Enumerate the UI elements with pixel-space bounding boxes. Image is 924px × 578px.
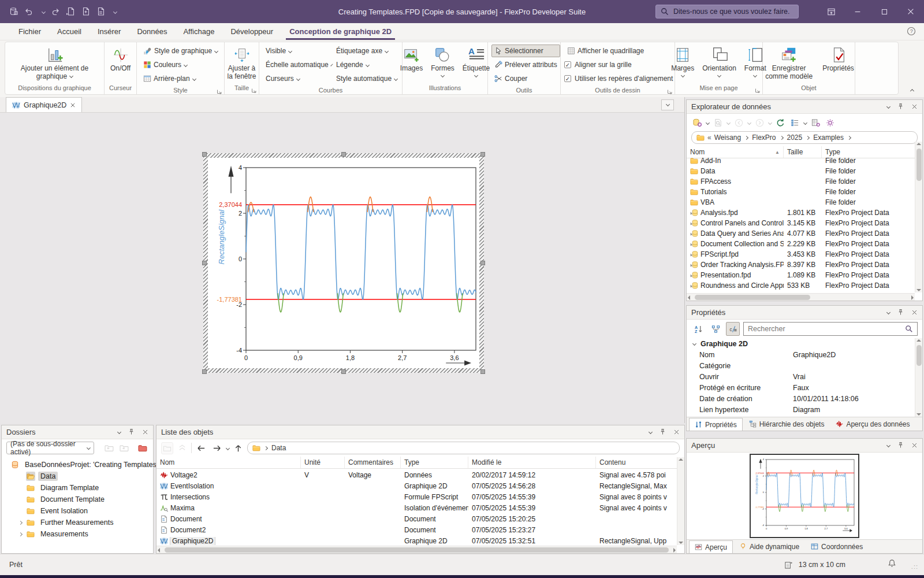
pin-icon[interactable] — [897, 442, 904, 449]
property-row[interactable]: Lien hypertexteDiagram — [687, 404, 915, 415]
property-filter-toggle-icon[interactable]: c — [726, 322, 740, 336]
tree-item-event-isolation[interactable]: Event Isolation — [3, 505, 152, 517]
menu-tab-donn-es[interactable]: Données — [129, 23, 175, 40]
up-level-icon[interactable] — [233, 443, 244, 454]
categorize-icon[interactable] — [709, 322, 722, 336]
object-row-graphique2d[interactable]: Graphique2DGraphique 2D07/05/2025 15:32:… — [157, 535, 677, 545]
resize-handle-ne[interactable] — [480, 152, 485, 157]
resize-grip[interactable]: .:: — [911, 563, 918, 570]
nav-back-dropdown-icon[interactable] — [747, 120, 751, 124]
resize-handle-n[interactable] — [341, 152, 346, 157]
preview-tab-coordonn-es[interactable]: Coordonnées — [806, 540, 868, 553]
column-header-modifie[interactable]: Modifié le — [468, 457, 596, 468]
menu-tab-fichier[interactable]: Fichier — [10, 23, 49, 40]
document-tab-graphique2d[interactable]: Graphique2D — [6, 97, 82, 112]
column-header-contenu[interactable]: Contenu — [596, 457, 677, 468]
properties-vertical-scrollbar[interactable] — [915, 338, 922, 417]
axis-labeling-button[interactable]: Étiquetage axe — [333, 45, 400, 57]
column-header-commentaires[interactable]: Commentaires — [345, 457, 401, 468]
images-button[interactable]: Images — [397, 45, 426, 75]
expand-icon[interactable] — [18, 520, 23, 524]
panel-menu-icon[interactable] — [886, 310, 891, 314]
visible-button[interactable]: Visible — [263, 45, 331, 57]
background-button[interactable]: Arrière-plan — [140, 72, 221, 85]
explorer-row[interactable]: Order Tracking Analysis.FPD8.397 KBFlexP… — [687, 260, 915, 270]
margins-button[interactable]: Marges — [668, 45, 697, 79]
explorer-horizontal-scrollbar[interactable] — [687, 293, 915, 301]
explorer-row[interactable]: FPAccessFile folder — [687, 176, 915, 187]
resize-handle-nw[interactable] — [202, 152, 207, 157]
resize-handle-se[interactable] — [480, 369, 485, 374]
breadcrumb-part[interactable]: FlexPro — [752, 134, 776, 142]
notifications-bell-icon[interactable] — [888, 559, 896, 568]
object-row-document[interactable]: DocumentDocument07/05/2025 15:20:25 — [157, 513, 677, 524]
menu-tab-accueil[interactable]: Accueil — [49, 23, 90, 40]
expand-icon[interactable] — [18, 532, 23, 536]
tree-item-document-template[interactable]: Document Template — [3, 494, 152, 505]
property-row[interactable]: NomGraphique2D — [687, 349, 915, 360]
shapes-button[interactable]: Formes — [428, 45, 457, 79]
view-mode-icon[interactable] — [789, 117, 800, 128]
close-icon[interactable] — [911, 309, 918, 316]
resize-handle-w[interactable] — [202, 261, 207, 265]
pin-icon[interactable] — [128, 428, 135, 436]
page-setup-dialog-launcher-icon[interactable] — [755, 86, 761, 92]
property-row[interactable]: Catégorie — [687, 360, 915, 371]
close-icon[interactable] — [911, 103, 918, 110]
view-mode-dropdown-icon[interactable] — [803, 120, 807, 124]
legend-button[interactable]: Légende — [333, 58, 400, 71]
sort-az-icon[interactable]: AZ — [691, 322, 705, 336]
add-chart-element-button[interactable]: Ajouter un élément de graphique — [18, 45, 92, 83]
history-dropdown-icon[interactable] — [226, 446, 230, 450]
help-icon[interactable]: ? — [907, 27, 916, 36]
object-properties-button[interactable]: Propriétés — [819, 45, 857, 75]
drawing-option-0[interactable]: Afficher le quadrillage — [564, 45, 673, 57]
explorer-vertical-scrollbar[interactable] — [915, 142, 922, 292]
drawing-option-2[interactable]: ✓Utiliser les repères d'alignement — [564, 72, 673, 85]
object-row-document2[interactable]: Document2Document07/05/2025 15:23:27 — [157, 524, 677, 535]
search-dropdown-icon[interactable] — [726, 120, 731, 124]
column-header-nom[interactable]: Nom — [157, 457, 301, 468]
object-row-intersections[interactable]: IntersectionsFormule FPScript07/05/2025 … — [157, 491, 677, 502]
drawing-option-1[interactable]: ✓Aligner sur la grille — [564, 58, 673, 71]
menu-tab-conception-de-graphique-2d[interactable]: Conception de graphique 2D — [281, 23, 400, 40]
minimize-button[interactable] — [844, 0, 871, 23]
object-list-breadcrumb[interactable]: Data — [247, 442, 680, 454]
explorer-row[interactable]: TutorialsFile folder — [687, 187, 915, 197]
breadcrumb-part[interactable]: Examples — [813, 134, 844, 142]
chart-style-button[interactable]: Style de graphique — [140, 45, 221, 57]
new-folder-icon[interactable] — [96, 7, 105, 16]
new-document-icon[interactable] — [81, 7, 90, 16]
properties-tab-aper-u-des-donn-es[interactable]: Aperçu des données — [830, 417, 915, 431]
data-source-dropdown-icon[interactable] — [706, 120, 710, 124]
property-row[interactable]: OuvrirVrai — [687, 371, 915, 382]
folder-back-icon[interactable] — [103, 442, 115, 454]
tree-item-data[interactable]: Data — [3, 470, 152, 482]
tree-item-basedonn-esprojet-creating-tem[interactable]: BaseDonnéesProjet: 'Creating Templates' — [3, 459, 152, 470]
cursor-onoff-button[interactable]: On/Off — [107, 45, 133, 75]
panel-menu-icon[interactable] — [117, 430, 121, 434]
panel-menu-icon[interactable] — [886, 443, 891, 447]
ribbon-display-options-button[interactable] — [818, 0, 844, 23]
undo-icon[interactable] — [24, 7, 33, 16]
object-row-eventisolation[interactable]: EventIsolationGraphique 2D07/05/2025 14:… — [157, 480, 677, 491]
history-back-icon[interactable] — [195, 443, 207, 454]
new-folder-red-icon[interactable] — [137, 442, 148, 454]
nav-back-icon[interactable] — [733, 117, 744, 128]
explorer-row[interactable]: VBAFile folder — [687, 197, 915, 208]
pick-attributes-button[interactable]: Prélever attributs — [491, 58, 560, 71]
document-canvas[interactable]: 420-2-400,91,82,73,62,37044-1,77381Recta… — [0, 113, 684, 423]
window-list-dropdown[interactable] — [661, 99, 674, 110]
object-row-maxima[interactable]: MaximaIsolation d'événements07/05/2025 1… — [157, 502, 677, 513]
preview-tab-aper-u[interactable]: Aperçu — [689, 540, 733, 553]
save-as-template-button[interactable]: Enregistrer comme modèle — [761, 45, 817, 83]
nav-forward-icon[interactable] — [754, 117, 765, 128]
auto-style-button[interactable]: Style automatique — [333, 72, 400, 85]
breadcrumb-part[interactable]: 2025 — [787, 134, 803, 142]
qat-customize-icon[interactable] — [113, 9, 117, 13]
autoscale-button[interactable]: Échelle automatique — [263, 58, 331, 71]
pin-icon[interactable] — [659, 428, 666, 436]
menu-tab-ins-rer[interactable]: Insérer — [90, 23, 129, 40]
pin-icon[interactable] — [897, 309, 904, 316]
orientation-button[interactable]: Orientation — [699, 45, 739, 79]
